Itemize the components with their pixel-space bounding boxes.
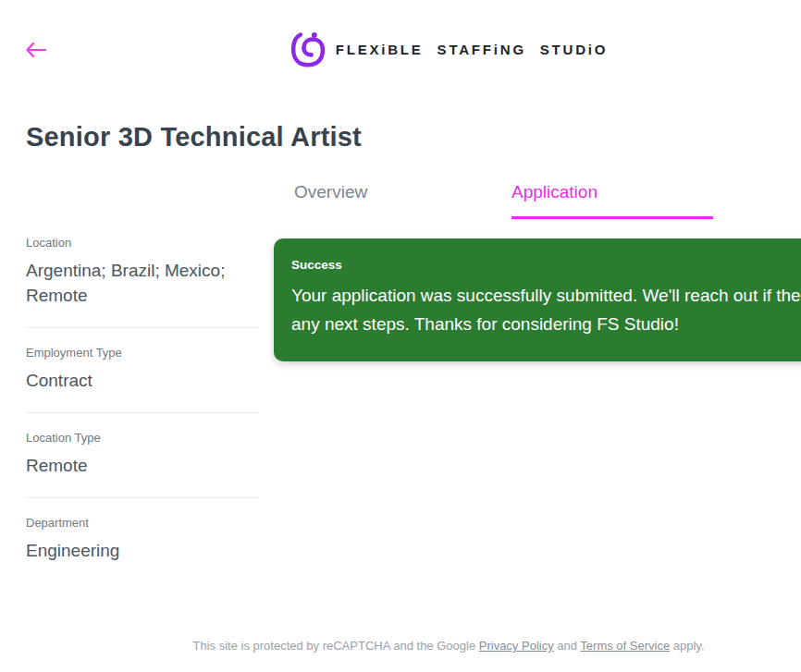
divider (26, 327, 259, 328)
success-alert: Success Your application was successfull… (274, 238, 801, 361)
job-field-department: Department Engineering (26, 516, 259, 563)
job-field-location: Location Argentina; Brazil; Mexico; Remo… (26, 236, 259, 308)
footer-text: and (554, 639, 581, 653)
brand: FLEXiBLE STAFFiNG STUDiO (0, 28, 801, 70)
success-alert-title: Success (291, 258, 801, 272)
privacy-policy-link[interactable]: Privacy Policy (479, 639, 554, 653)
tab-bar: Overview Application (294, 182, 713, 219)
field-label: Location (26, 236, 259, 250)
tab-application[interactable]: Application (511, 182, 713, 219)
divider (26, 412, 259, 413)
field-value: Contract (26, 368, 259, 393)
tab-overview[interactable]: Overview (294, 182, 496, 219)
recaptcha-footer: This site is protected by reCAPTCHA and … (0, 639, 801, 653)
field-label: Department (26, 516, 259, 530)
field-value: Remote (26, 453, 259, 478)
field-label: Location Type (26, 431, 259, 445)
field-label: Employment Type (26, 346, 259, 360)
terms-of-service-link[interactable]: Terms of Service (580, 639, 670, 653)
footer-text: apply. (670, 639, 704, 653)
page-container: FLEXiBLE STAFFiNG STUDiO Senior 3D Techn… (0, 0, 801, 672)
field-value: Argentina; Brazil; Mexico; Remote (26, 258, 259, 308)
job-details-sidebar: Location Argentina; Brazil; Mexico; Remo… (26, 236, 259, 563)
page-title: Senior 3D Technical Artist (26, 122, 362, 153)
field-value: Engineering (26, 538, 259, 563)
job-field-employment-type: Employment Type Contract (26, 346, 259, 393)
footer-text: This site is protected by reCAPTCHA and … (192, 639, 478, 653)
divider (26, 497, 259, 498)
job-field-location-type: Location Type Remote (26, 431, 259, 478)
fs-studio-logo-icon (290, 28, 327, 70)
brand-name: FLEXiBLE STAFFiNG STUDiO (336, 42, 609, 57)
success-alert-message-line-1: Your application was successfully submit… (291, 281, 801, 310)
success-alert-message-line-2: any next steps. Thanks for considering F… (291, 310, 801, 338)
